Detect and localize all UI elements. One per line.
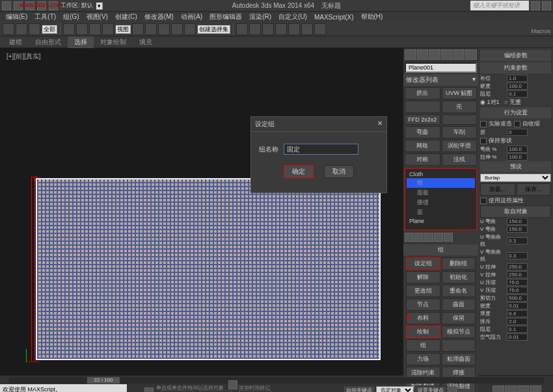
- search-input[interactable]: 键入关键字或短语: [470, 1, 529, 10]
- menu-views[interactable]: 视图(V): [83, 12, 111, 21]
- group-op-button[interactable]: 组: [406, 339, 440, 352]
- menu-tools[interactable]: 工具(T): [31, 12, 59, 21]
- ribbon-populate[interactable]: 填充: [133, 36, 159, 48]
- spinner[interactable]: 100.0: [507, 153, 528, 161]
- group-op-button[interactable]: 删除组: [442, 257, 476, 270]
- preset-head[interactable]: 预设: [480, 161, 551, 172]
- spinner[interactable]: 100.0: [507, 83, 528, 90]
- ok-button[interactable]: 确定: [284, 165, 314, 178]
- chk[interactable]: [514, 121, 520, 127]
- redo-icon[interactable]: [16, 23, 27, 35]
- from-obj-button[interactable]: 取自对象: [480, 205, 551, 218]
- menu-help[interactable]: 帮助(H): [358, 12, 386, 21]
- spinner[interactable]: 250.0: [507, 271, 528, 278]
- keymode-select[interactable]: 选定对象: [376, 386, 414, 392]
- quickmod-button[interactable]: 壳: [442, 101, 478, 113]
- modifier-stack[interactable]: Cloth 组 面板 接缝 面 Plane: [405, 168, 477, 230]
- snap-icon[interactable]: [158, 23, 170, 35]
- group-op-button[interactable]: 力场: [406, 353, 440, 365]
- group-op-button[interactable]: 绘制: [406, 326, 440, 338]
- key-icon[interactable]: [448, 386, 457, 393]
- viewport-label[interactable]: [+][前][真实]: [7, 52, 41, 61]
- qat-icon[interactable]: [49, 1, 58, 10]
- stack-cloth[interactable]: Cloth: [407, 170, 475, 178]
- pin-stack-icon[interactable]: [405, 233, 414, 242]
- spinner[interactable]: 2.0: [507, 318, 528, 325]
- spinner[interactable]: 0.3: [507, 237, 528, 244]
- mirror-icon[interactable]: [184, 23, 196, 35]
- quickmod-button[interactable]: [405, 101, 440, 113]
- spinner[interactable]: 75.0: [507, 287, 528, 294]
- display-tab-icon[interactable]: [453, 49, 465, 60]
- quickmod-button[interactable]: 网格: [405, 140, 440, 152]
- behave-head[interactable]: 行为设置: [480, 107, 551, 118]
- spinner[interactable]: 100.0: [507, 146, 528, 153]
- lock-icon[interactable]: [144, 387, 154, 392]
- ribbon-select[interactable]: 选择: [68, 36, 94, 48]
- workspace-select[interactable]: ▾: [96, 2, 103, 10]
- menu-create[interactable]: 创建(C): [112, 12, 141, 21]
- params-head[interactable]: 编组参数: [480, 50, 551, 61]
- create-tab-icon[interactable]: [405, 49, 416, 60]
- stack-plane[interactable]: Plane: [407, 217, 475, 225]
- stack-seam[interactable]: 接缝: [407, 198, 475, 207]
- menu-modifiers[interactable]: 修改器(M): [141, 12, 177, 21]
- layer-icon[interactable]: [236, 23, 248, 35]
- quickmod-button[interactable]: 涡轮平滑: [442, 140, 478, 152]
- spinner[interactable]: 75.0: [507, 279, 528, 286]
- group-name-input[interactable]: [284, 144, 358, 155]
- chk[interactable]: [480, 121, 487, 127]
- group-op-button[interactable]: 解除: [406, 271, 440, 283]
- rotate-icon[interactable]: [89, 23, 101, 35]
- spinner[interactable]: 0.01: [507, 333, 528, 341]
- spinner[interactable]: 0.1: [507, 326, 528, 333]
- group-op-button[interactable]: 粘滞曲面: [442, 353, 476, 365]
- render-frame-icon[interactable]: [301, 23, 313, 35]
- quickmod-button[interactable]: 弯曲: [405, 126, 440, 138]
- time-thumb[interactable]: 22 / 100: [87, 377, 120, 384]
- setkey-button[interactable]: 设置关键点: [414, 385, 447, 392]
- render-setup-icon[interactable]: [288, 23, 300, 35]
- quickmod-button[interactable]: 挤出: [405, 87, 440, 99]
- zoom-all-icon[interactable]: [505, 385, 517, 392]
- move-icon[interactable]: [76, 23, 88, 35]
- autokey-button[interactable]: 自动关键点: [343, 385, 375, 392]
- group-op-button[interactable]: 节点: [406, 298, 440, 311]
- close-icon[interactable]: ✕: [377, 120, 383, 129]
- undo-icon[interactable]: [3, 23, 14, 35]
- delete-mod-icon[interactable]: [434, 233, 443, 242]
- ribbon-model[interactable]: 建模: [3, 36, 29, 48]
- unique-icon[interactable]: [424, 233, 433, 242]
- zoom-ext-icon[interactable]: [517, 385, 529, 392]
- tag-icon[interactable]: [228, 380, 237, 389]
- motion-tab-icon[interactable]: [441, 49, 453, 60]
- show-end-icon[interactable]: [414, 233, 424, 242]
- spinner[interactable]: 0.3: [507, 252, 528, 259]
- ribbon-paint[interactable]: 对象绘制: [94, 36, 133, 48]
- menu-group[interactable]: 组(G): [60, 12, 82, 21]
- chevron-down-icon[interactable]: ▾: [472, 75, 476, 85]
- snap-icon[interactable]: [132, 23, 144, 35]
- modify-tab-icon[interactable]: [417, 49, 429, 60]
- snap-icon[interactable]: [171, 23, 183, 35]
- load-button[interactable]: 加载...: [480, 183, 515, 196]
- qat-icon[interactable]: [37, 1, 46, 10]
- group-op-button[interactable]: 重命名: [442, 285, 476, 297]
- plane-mesh[interactable]: [36, 178, 381, 360]
- cancel-button[interactable]: 取消: [324, 165, 354, 178]
- menu-animation[interactable]: 动画(A): [178, 12, 206, 21]
- search-icon[interactable]: [531, 1, 540, 10]
- view-select[interactable]: 视图: [115, 25, 131, 34]
- quickmod-button[interactable]: 法线: [442, 153, 478, 166]
- spinner[interactable]: 500.0: [507, 294, 528, 302]
- spinner[interactable]: 1.0: [507, 75, 528, 82]
- schematic-icon[interactable]: [262, 23, 274, 35]
- spinner[interactable]: 0.01: [507, 302, 528, 309]
- curve-editor-icon[interactable]: [249, 23, 261, 35]
- qat-icon[interactable]: [25, 1, 34, 10]
- object-name-input[interactable]: [405, 62, 477, 73]
- menu-edit[interactable]: 编辑(E): [3, 12, 31, 21]
- group-rollout-head[interactable]: 组: [403, 244, 478, 255]
- quickmod-button[interactable]: FFD 2x2x2: [405, 114, 440, 125]
- spinner[interactable]: 0.4: [507, 310, 528, 317]
